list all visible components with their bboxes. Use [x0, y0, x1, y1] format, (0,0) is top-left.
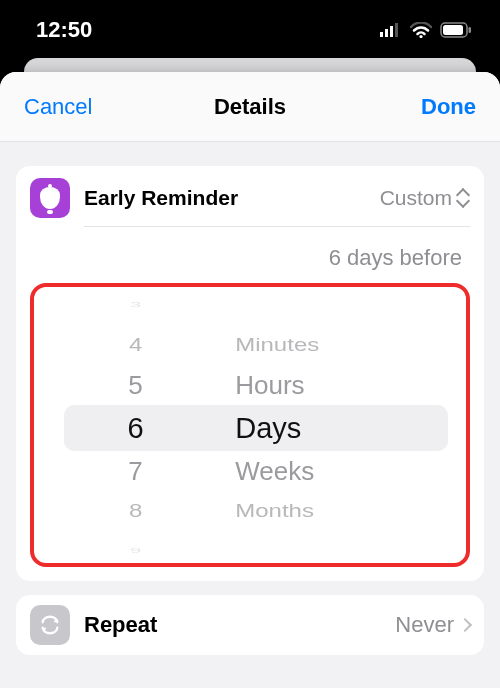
status-indicators [380, 22, 472, 38]
cellular-icon [380, 23, 402, 37]
picker-number-selected[interactable]: 6 [42, 405, 229, 451]
picker-column-number[interactable]: 3 4 5 6 7 8 9 [42, 297, 229, 559]
picker-number-option[interactable]: 9 [42, 544, 229, 558]
svg-rect-7 [469, 27, 472, 33]
picker-unit-selected[interactable]: Days [235, 405, 458, 451]
repeat-value: Never [395, 612, 454, 638]
wifi-icon [410, 22, 432, 38]
picker-number-option[interactable]: 5 [42, 365, 229, 405]
svg-rect-2 [390, 26, 393, 37]
battery-icon [440, 22, 472, 38]
cancel-button[interactable]: Cancel [24, 94, 92, 120]
early-reminder-row[interactable]: Early Reminder Custom [30, 178, 470, 226]
bell-icon [30, 178, 70, 218]
repeat-row[interactable]: Repeat Never [16, 595, 484, 655]
svg-rect-1 [385, 29, 388, 37]
picker-unit-option[interactable]: Minutes [235, 330, 458, 360]
page-title: Details [214, 94, 286, 120]
picker-unit-option[interactable]: Months [235, 496, 458, 526]
details-sheet: Cancel Details Done Early Reminder Custo… [0, 72, 500, 688]
sheet-header: Cancel Details Done [0, 72, 500, 142]
picker-number-option[interactable]: 3 [42, 298, 229, 312]
repeat-label: Repeat [84, 612, 381, 638]
early-reminder-label: Early Reminder [84, 186, 366, 210]
early-reminder-summary: 6 days before [30, 227, 470, 283]
status-bar: 12:50 [0, 0, 500, 60]
early-reminder-mode-picker[interactable]: Custom [380, 186, 470, 210]
early-reminder-card: Early Reminder Custom 6 days before 3 4 [16, 166, 484, 581]
chevron-right-icon [458, 618, 472, 632]
svg-point-4 [419, 35, 422, 38]
custom-picker[interactable]: 3 4 5 6 7 8 9 . Minutes Hours Day [42, 297, 458, 559]
picker-column-unit[interactable]: . Minutes Hours Days Weeks Months . [229, 297, 458, 559]
picker-number-option[interactable]: 4 [42, 330, 229, 360]
early-reminder-mode: Custom [380, 186, 452, 210]
status-time: 12:50 [36, 17, 92, 43]
svg-rect-3 [395, 23, 398, 37]
repeat-icon [30, 605, 70, 645]
picker-unit-option[interactable]: Weeks [235, 451, 458, 491]
done-button[interactable]: Done [421, 94, 476, 120]
picker-highlight-box: 3 4 5 6 7 8 9 . Minutes Hours Day [30, 283, 470, 567]
picker-unit-option[interactable]: Hours [235, 365, 458, 405]
picker-number-option[interactable]: 7 [42, 451, 229, 491]
updown-icon [458, 190, 470, 206]
repeat-value-button[interactable]: Never [395, 612, 470, 638]
svg-rect-0 [380, 32, 383, 37]
picker-number-option[interactable]: 8 [42, 496, 229, 526]
sheet-body: Early Reminder Custom 6 days before 3 4 [0, 142, 500, 688]
svg-rect-6 [443, 25, 463, 35]
